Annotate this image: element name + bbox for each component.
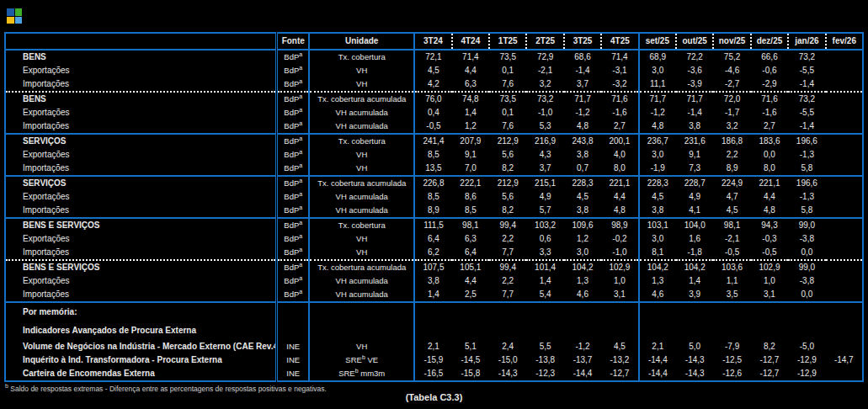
value-cell: 4,8 <box>564 120 601 134</box>
value-cell: 3,8 <box>676 120 713 134</box>
value-cell: -15,0 <box>489 353 526 367</box>
value-cell: 3,0 <box>639 232 676 246</box>
value-cell <box>452 302 489 321</box>
value-cell: 102,9 <box>601 260 638 274</box>
value-cell: 3,8 <box>414 274 451 288</box>
value-cell: -7,9 <box>713 340 750 353</box>
fonte-cell: BdPa <box>277 134 309 148</box>
value-cell: 73,2 <box>526 92 563 106</box>
period-header: 3T24 <box>414 33 451 50</box>
value-cell: 9,1 <box>452 148 489 162</box>
row-label: Exportações <box>5 190 277 204</box>
unit-cell: Tx. cobertura <box>309 50 414 64</box>
value-cell: 3,9 <box>676 288 713 302</box>
value-cell: 5,3 <box>526 120 563 134</box>
value-cell <box>639 302 676 321</box>
value-cell: -1,4 <box>788 120 825 134</box>
fonte-cell: BdPa <box>277 50 309 64</box>
value-cell: 0,0 <box>788 288 825 302</box>
value-cell: 7,7 <box>489 288 526 302</box>
value-cell: 0,1 <box>489 64 526 77</box>
value-cell: 6,4 <box>452 246 489 260</box>
value-cell <box>564 321 601 340</box>
value-cell <box>676 321 713 340</box>
value-cell: 71,7 <box>676 92 713 106</box>
value-cell <box>676 302 713 321</box>
value-cell: 72,1 <box>414 50 451 64</box>
value-cell: -1,9 <box>639 162 676 176</box>
value-cell: 101,4 <box>526 260 563 274</box>
value-cell: 1,2 <box>452 120 489 134</box>
value-cell: 4,8 <box>601 204 638 218</box>
value-cell <box>414 321 451 340</box>
value-cell: 99,0 <box>788 218 825 232</box>
row-label: BENS E SERVIÇOS <box>5 260 277 274</box>
value-cell <box>826 50 863 64</box>
period-header: out/25 <box>676 33 713 50</box>
value-cell: 99,0 <box>788 260 825 274</box>
value-cell: -2,7 <box>713 77 750 92</box>
value-cell: 196,6 <box>788 176 825 190</box>
logo-square <box>15 8 23 16</box>
period-header: 1T25 <box>489 33 526 50</box>
unit-cell: VH acumulada <box>309 106 414 120</box>
period-header: 4T24 <box>452 33 489 50</box>
value-cell: -3,8 <box>788 232 825 246</box>
value-cell: 1,0 <box>751 274 788 288</box>
value-cell <box>751 302 788 321</box>
value-cell: -12,3 <box>526 367 563 381</box>
value-cell: 4,8 <box>639 120 676 134</box>
value-cell: 221,1 <box>751 176 788 190</box>
value-cell: 104,2 <box>564 260 601 274</box>
value-cell: -14,4 <box>564 367 601 381</box>
table-row: ImportaçõesBdPaVH6,26,47,73,33,0-1,08,1-… <box>5 246 863 260</box>
value-cell: 2,4 <box>489 340 526 353</box>
value-cell: -3,1 <box>601 64 638 77</box>
row-label: Inquérito à Ind. Transformadora - Procur… <box>5 353 277 367</box>
value-cell: 4,0 <box>601 148 638 162</box>
value-cell: 183,6 <box>751 134 788 148</box>
period-header: nov/25 <box>713 33 750 50</box>
value-cell: 4,6 <box>639 288 676 302</box>
fonte-cell: BdPa <box>277 232 309 246</box>
unit-cell: VH <box>309 148 414 162</box>
value-cell: 2,2 <box>713 148 750 162</box>
unit-cell: VH <box>309 246 414 260</box>
unit-cell: VH acumulada <box>309 288 414 302</box>
value-cell: 3,7 <box>526 162 563 176</box>
value-cell: 200,1 <box>601 134 638 148</box>
value-cell: 6,3 <box>452 77 489 92</box>
value-cell: 5,7 <box>526 204 563 218</box>
value-cell: -1,6 <box>601 106 638 120</box>
value-cell: 2,1 <box>639 340 676 353</box>
fonte-cell: INE <box>277 367 309 381</box>
value-cell: 3,0 <box>639 148 676 162</box>
value-cell: -1,2 <box>564 340 601 353</box>
value-cell: 73,5 <box>489 50 526 64</box>
value-cell: 196,6 <box>788 134 825 148</box>
unit-cell: VH acumulada <box>309 204 414 218</box>
unit-cell: SREb VE <box>309 353 414 367</box>
value-cell: -3,2 <box>601 77 638 92</box>
row-label: Importações <box>5 288 277 302</box>
fonte-cell: BdPa <box>277 162 309 176</box>
value-cell: 68,6 <box>564 50 601 64</box>
row-label: Exportações <box>5 106 277 120</box>
value-cell: -12,6 <box>713 367 750 381</box>
value-cell: -0,2 <box>601 232 638 246</box>
table-row: BENS E SERVIÇOSBdPaTx. cobertura111,598,… <box>5 218 863 232</box>
value-cell: -1,0 <box>526 106 563 120</box>
table-row: SERVIÇOSBdPaTx. cobertura241,4207,9212,9… <box>5 134 863 148</box>
value-cell: 5,4 <box>526 288 563 302</box>
value-cell: 5,5 <box>526 340 563 353</box>
value-cell: -15,9 <box>414 353 451 367</box>
value-cell <box>414 302 451 321</box>
value-cell: 74,8 <box>452 92 489 106</box>
fonte-cell: BdPa <box>277 204 309 218</box>
value-cell: 8,5 <box>452 204 489 218</box>
value-cell: 8,0 <box>601 162 638 176</box>
value-cell: 72,2 <box>676 50 713 64</box>
value-cell <box>826 77 863 92</box>
value-cell <box>788 302 825 321</box>
value-cell: 224,9 <box>713 176 750 190</box>
